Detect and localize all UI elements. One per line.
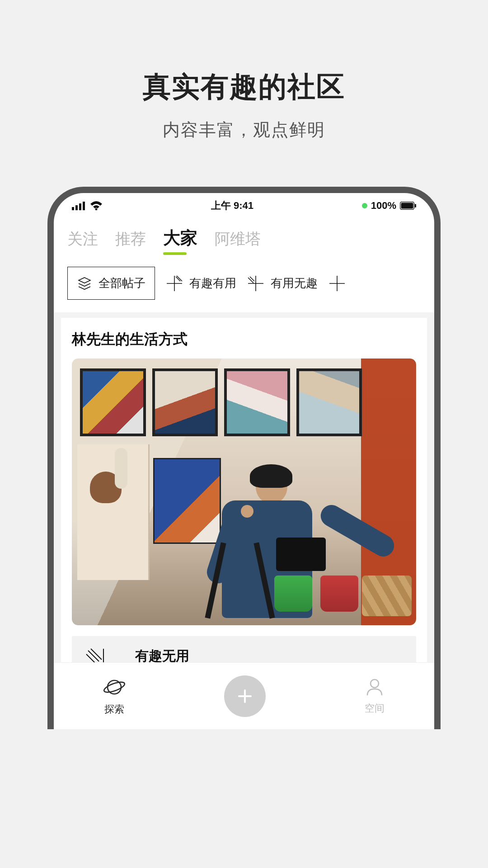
- svg-rect-3: [83, 202, 85, 210]
- tripod-shape: [204, 542, 276, 619]
- tab-everyone[interactable]: 大家: [163, 226, 197, 255]
- svg-rect-1: [75, 205, 78, 210]
- svg-rect-6: [401, 203, 413, 209]
- shelf-shape: [77, 444, 150, 580]
- signal-icon: [72, 201, 85, 210]
- chip-label: 全部帖子: [99, 275, 145, 291]
- post-title: 林先生的生活方式: [72, 330, 416, 349]
- chip-label: 有趣有用: [189, 275, 236, 291]
- canvas-shape: [153, 458, 221, 544]
- battery-percent: 100%: [371, 200, 396, 212]
- nav-label: 空间: [365, 702, 385, 715]
- painting-thumb: [224, 368, 290, 436]
- svg-line-21: [88, 651, 99, 661]
- wifi-icon: [90, 201, 103, 210]
- tab-follow[interactable]: 关注: [67, 229, 98, 255]
- battery-icon: [400, 202, 416, 210]
- post-image[interactable]: [72, 359, 416, 625]
- quadrant-icon: [247, 275, 264, 292]
- chip-all-posts[interactable]: 全部帖子: [67, 267, 155, 300]
- painting-thumb: [80, 368, 146, 436]
- tablet-shape: [276, 538, 326, 571]
- filter-chips: 全部帖子 有趣有用 有用无趣: [54, 258, 434, 312]
- plus-icon: [235, 687, 254, 706]
- stack-icon: [77, 276, 92, 291]
- svg-marker-8: [79, 278, 90, 283]
- bucket-shape: [320, 576, 358, 612]
- painting-thumb: [296, 368, 362, 436]
- chip-label: 有用无趣: [271, 275, 318, 291]
- vase-shape: [115, 448, 127, 489]
- hero-subtitle: 内容丰富，观点鲜明: [143, 118, 345, 142]
- recording-dot-icon: [362, 203, 367, 208]
- tab-recommend[interactable]: 推荐: [115, 229, 146, 255]
- top-tabs: 关注 推荐 大家 阿维塔: [54, 218, 434, 258]
- chip-overflow[interactable]: [328, 275, 346, 292]
- painting-thumb: [152, 368, 218, 436]
- svg-rect-0: [72, 207, 74, 210]
- planet-icon: [103, 676, 125, 700]
- status-time: 上午 9:41: [211, 199, 253, 212]
- svg-line-16: [248, 278, 253, 283]
- tab-avita[interactable]: 阿维塔: [215, 229, 261, 255]
- nav-add-button[interactable]: [224, 675, 266, 717]
- quadrant-icon: [166, 275, 183, 292]
- bucket-shape: [274, 576, 312, 612]
- user-icon: [365, 677, 385, 699]
- nav-space[interactable]: 空间: [365, 677, 385, 715]
- hero-title: 真实有趣的社区: [143, 68, 345, 106]
- phone-frame: 上午 9:41 100% 关注 推荐 大家 阿维塔: [47, 187, 441, 729]
- svg-rect-2: [79, 203, 81, 210]
- svg-line-23: [91, 649, 102, 660]
- bottom-nav: 探索 空间: [54, 662, 434, 729]
- hero: 真实有趣的社区 内容丰富，观点鲜明: [143, 0, 345, 142]
- svg-point-25: [103, 680, 125, 694]
- chip-useful-boring[interactable]: 有用无趣: [247, 275, 318, 292]
- woodpile-shape: [362, 576, 412, 616]
- nav-label: 探索: [104, 703, 124, 716]
- chip-fun-useful[interactable]: 有趣有用: [166, 275, 236, 292]
- status-bar: 上午 9:41 100%: [54, 193, 434, 218]
- svg-rect-7: [415, 204, 416, 208]
- svg-point-4: [95, 208, 98, 210]
- quadrant-icon: [328, 275, 346, 292]
- svg-point-28: [371, 679, 379, 688]
- nav-explore[interactable]: 探索: [103, 676, 125, 716]
